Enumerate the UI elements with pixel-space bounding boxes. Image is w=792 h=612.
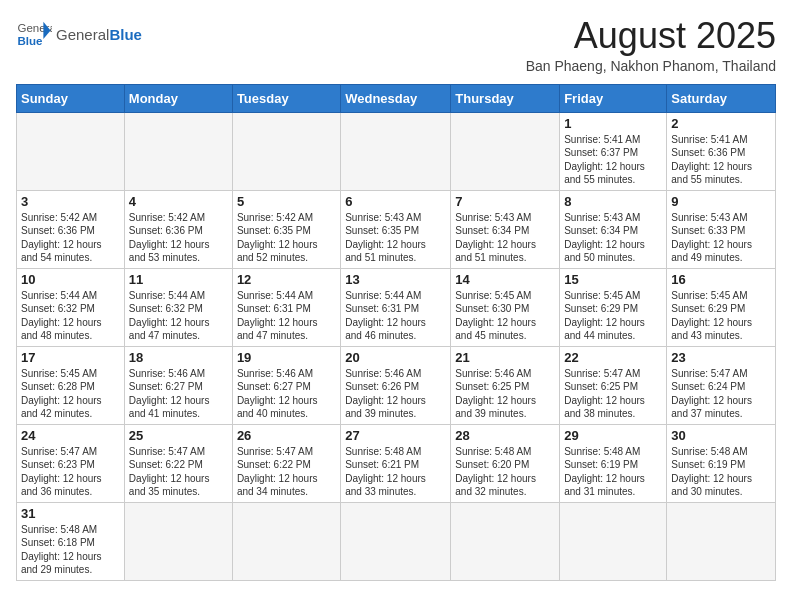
logo: General Blue GeneralBlue <box>16 16 142 52</box>
day-number: 24 <box>21 428 120 443</box>
calendar-day-cell: 22Sunrise: 5:47 AM Sunset: 6:25 PM Dayli… <box>560 346 667 424</box>
day-info: Sunrise: 5:44 AM Sunset: 6:31 PM Dayligh… <box>345 289 446 343</box>
calendar-day-cell <box>341 502 451 580</box>
calendar-day-cell: 25Sunrise: 5:47 AM Sunset: 6:22 PM Dayli… <box>124 424 232 502</box>
day-number: 10 <box>21 272 120 287</box>
calendar-week-row: 31Sunrise: 5:48 AM Sunset: 6:18 PM Dayli… <box>17 502 776 580</box>
weekday-header: Monday <box>124 84 232 112</box>
calendar-day-cell: 1Sunrise: 5:41 AM Sunset: 6:37 PM Daylig… <box>560 112 667 190</box>
day-number: 22 <box>564 350 662 365</box>
calendar-day-cell: 30Sunrise: 5:48 AM Sunset: 6:19 PM Dayli… <box>667 424 776 502</box>
calendar-day-cell: 21Sunrise: 5:46 AM Sunset: 6:25 PM Dayli… <box>451 346 560 424</box>
calendar-day-cell <box>232 502 340 580</box>
calendar-day-cell: 3Sunrise: 5:42 AM Sunset: 6:36 PM Daylig… <box>17 190 125 268</box>
calendar-day-cell: 7Sunrise: 5:43 AM Sunset: 6:34 PM Daylig… <box>451 190 560 268</box>
day-info: Sunrise: 5:44 AM Sunset: 6:31 PM Dayligh… <box>237 289 336 343</box>
month-title: August 2025 <box>526 16 776 56</box>
calendar-day-cell <box>451 112 560 190</box>
day-number: 12 <box>237 272 336 287</box>
location-title: Ban Phaeng, Nakhon Phanom, Thailand <box>526 58 776 74</box>
day-info: Sunrise: 5:41 AM Sunset: 6:36 PM Dayligh… <box>671 133 771 187</box>
day-number: 30 <box>671 428 771 443</box>
calendar-day-cell: 18Sunrise: 5:46 AM Sunset: 6:27 PM Dayli… <box>124 346 232 424</box>
day-info: Sunrise: 5:45 AM Sunset: 6:29 PM Dayligh… <box>671 289 771 343</box>
calendar-day-cell: 27Sunrise: 5:48 AM Sunset: 6:21 PM Dayli… <box>341 424 451 502</box>
calendar-week-row: 1Sunrise: 5:41 AM Sunset: 6:37 PM Daylig… <box>17 112 776 190</box>
calendar-day-cell: 10Sunrise: 5:44 AM Sunset: 6:32 PM Dayli… <box>17 268 125 346</box>
day-info: Sunrise: 5:47 AM Sunset: 6:25 PM Dayligh… <box>564 367 662 421</box>
day-info: Sunrise: 5:48 AM Sunset: 6:19 PM Dayligh… <box>564 445 662 499</box>
day-info: Sunrise: 5:42 AM Sunset: 6:35 PM Dayligh… <box>237 211 336 265</box>
day-number: 26 <box>237 428 336 443</box>
calendar-week-row: 10Sunrise: 5:44 AM Sunset: 6:32 PM Dayli… <box>17 268 776 346</box>
weekday-header: Friday <box>560 84 667 112</box>
day-info: Sunrise: 5:46 AM Sunset: 6:26 PM Dayligh… <box>345 367 446 421</box>
calendar-day-cell: 28Sunrise: 5:48 AM Sunset: 6:20 PM Dayli… <box>451 424 560 502</box>
day-number: 20 <box>345 350 446 365</box>
day-number: 8 <box>564 194 662 209</box>
day-info: Sunrise: 5:47 AM Sunset: 6:22 PM Dayligh… <box>237 445 336 499</box>
day-info: Sunrise: 5:48 AM Sunset: 6:18 PM Dayligh… <box>21 523 120 577</box>
title-area: August 2025 Ban Phaeng, Nakhon Phanom, T… <box>526 16 776 74</box>
day-number: 4 <box>129 194 228 209</box>
calendar-day-cell <box>560 502 667 580</box>
day-number: 15 <box>564 272 662 287</box>
day-number: 19 <box>237 350 336 365</box>
calendar-day-cell: 16Sunrise: 5:45 AM Sunset: 6:29 PM Dayli… <box>667 268 776 346</box>
calendar-day-cell: 12Sunrise: 5:44 AM Sunset: 6:31 PM Dayli… <box>232 268 340 346</box>
day-info: Sunrise: 5:46 AM Sunset: 6:25 PM Dayligh… <box>455 367 555 421</box>
calendar-day-cell <box>124 502 232 580</box>
day-info: Sunrise: 5:41 AM Sunset: 6:37 PM Dayligh… <box>564 133 662 187</box>
calendar-day-cell: 6Sunrise: 5:43 AM Sunset: 6:35 PM Daylig… <box>341 190 451 268</box>
svg-text:Blue: Blue <box>17 35 43 47</box>
day-number: 28 <box>455 428 555 443</box>
logo-icon: General Blue <box>16 16 52 52</box>
calendar-day-cell: 5Sunrise: 5:42 AM Sunset: 6:35 PM Daylig… <box>232 190 340 268</box>
day-number: 14 <box>455 272 555 287</box>
calendar-day-cell: 2Sunrise: 5:41 AM Sunset: 6:36 PM Daylig… <box>667 112 776 190</box>
day-info: Sunrise: 5:46 AM Sunset: 6:27 PM Dayligh… <box>129 367 228 421</box>
day-number: 29 <box>564 428 662 443</box>
day-info: Sunrise: 5:47 AM Sunset: 6:24 PM Dayligh… <box>671 367 771 421</box>
calendar-header-row: SundayMondayTuesdayWednesdayThursdayFrid… <box>17 84 776 112</box>
day-info: Sunrise: 5:43 AM Sunset: 6:33 PM Dayligh… <box>671 211 771 265</box>
calendar-day-cell: 4Sunrise: 5:42 AM Sunset: 6:36 PM Daylig… <box>124 190 232 268</box>
day-number: 31 <box>21 506 120 521</box>
calendar-day-cell: 15Sunrise: 5:45 AM Sunset: 6:29 PM Dayli… <box>560 268 667 346</box>
day-info: Sunrise: 5:45 AM Sunset: 6:28 PM Dayligh… <box>21 367 120 421</box>
day-number: 6 <box>345 194 446 209</box>
day-info: Sunrise: 5:42 AM Sunset: 6:36 PM Dayligh… <box>129 211 228 265</box>
calendar-day-cell: 11Sunrise: 5:44 AM Sunset: 6:32 PM Dayli… <box>124 268 232 346</box>
calendar-day-cell: 29Sunrise: 5:48 AM Sunset: 6:19 PM Dayli… <box>560 424 667 502</box>
day-number: 11 <box>129 272 228 287</box>
calendar-day-cell <box>232 112 340 190</box>
day-info: Sunrise: 5:48 AM Sunset: 6:19 PM Dayligh… <box>671 445 771 499</box>
day-info: Sunrise: 5:45 AM Sunset: 6:30 PM Dayligh… <box>455 289 555 343</box>
day-number: 18 <box>129 350 228 365</box>
weekday-header: Saturday <box>667 84 776 112</box>
calendar-day-cell: 17Sunrise: 5:45 AM Sunset: 6:28 PM Dayli… <box>17 346 125 424</box>
day-number: 23 <box>671 350 771 365</box>
day-number: 13 <box>345 272 446 287</box>
day-info: Sunrise: 5:48 AM Sunset: 6:20 PM Dayligh… <box>455 445 555 499</box>
calendar-day-cell: 19Sunrise: 5:46 AM Sunset: 6:27 PM Dayli… <box>232 346 340 424</box>
calendar-week-row: 17Sunrise: 5:45 AM Sunset: 6:28 PM Dayli… <box>17 346 776 424</box>
calendar-day-cell: 13Sunrise: 5:44 AM Sunset: 6:31 PM Dayli… <box>341 268 451 346</box>
weekday-header: Sunday <box>17 84 125 112</box>
calendar-day-cell <box>667 502 776 580</box>
day-number: 27 <box>345 428 446 443</box>
calendar-day-cell: 24Sunrise: 5:47 AM Sunset: 6:23 PM Dayli… <box>17 424 125 502</box>
weekday-header: Tuesday <box>232 84 340 112</box>
day-info: Sunrise: 5:47 AM Sunset: 6:22 PM Dayligh… <box>129 445 228 499</box>
day-info: Sunrise: 5:45 AM Sunset: 6:29 PM Dayligh… <box>564 289 662 343</box>
day-number: 5 <box>237 194 336 209</box>
calendar-week-row: 3Sunrise: 5:42 AM Sunset: 6:36 PM Daylig… <box>17 190 776 268</box>
day-number: 7 <box>455 194 555 209</box>
day-info: Sunrise: 5:43 AM Sunset: 6:34 PM Dayligh… <box>455 211 555 265</box>
calendar-day-cell: 23Sunrise: 5:47 AM Sunset: 6:24 PM Dayli… <box>667 346 776 424</box>
calendar-day-cell: 31Sunrise: 5:48 AM Sunset: 6:18 PM Dayli… <box>17 502 125 580</box>
calendar-day-cell <box>124 112 232 190</box>
day-number: 16 <box>671 272 771 287</box>
day-info: Sunrise: 5:44 AM Sunset: 6:32 PM Dayligh… <box>129 289 228 343</box>
calendar-day-cell <box>17 112 125 190</box>
